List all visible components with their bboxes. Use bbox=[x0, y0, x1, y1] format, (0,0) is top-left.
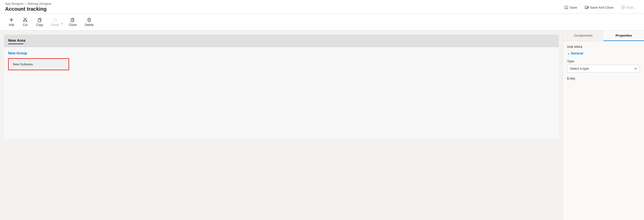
delete-label: Delete bbox=[85, 23, 94, 27]
svg-rect-2 bbox=[565, 8, 567, 9]
save-and-close-icon bbox=[585, 5, 589, 9]
tab-components[interactable]: Components bbox=[563, 31, 604, 41]
delete-button[interactable]: Delete bbox=[81, 16, 97, 28]
copy-label: Copy bbox=[36, 23, 43, 27]
paste-label: Paste bbox=[51, 23, 59, 27]
header-actions: Save Save And Close Publ... bbox=[561, 4, 639, 11]
cut-label: Cut bbox=[23, 23, 28, 27]
area-title-underline bbox=[8, 43, 23, 44]
group-title[interactable]: New Group bbox=[8, 51, 555, 55]
delete-icon bbox=[87, 17, 92, 22]
publish-icon bbox=[621, 5, 625, 9]
save-label: Save bbox=[570, 6, 577, 9]
panel-tabs: Components Properties bbox=[563, 31, 644, 41]
tab-properties[interactable]: Properties bbox=[604, 31, 644, 41]
area-title: New Area bbox=[8, 38, 555, 42]
panel-content: SUB AREA ⌄ General Type Select a type En… bbox=[563, 41, 644, 220]
clone-button[interactable]: Clone bbox=[65, 16, 80, 28]
right-panel: Components Properties SUB AREA ⌄ General… bbox=[563, 31, 644, 220]
canvas: New Area New Group New Subarea bbox=[0, 31, 563, 220]
svg-rect-7 bbox=[622, 6, 624, 9]
chevron-down-icon: ⌄ bbox=[567, 51, 570, 55]
entity-field-label: Entity bbox=[567, 77, 640, 80]
type-select[interactable]: Select a type bbox=[567, 65, 640, 72]
clone-icon bbox=[70, 17, 75, 22]
svg-rect-6 bbox=[588, 6, 589, 8]
paste-dropdown-button[interactable]: ▼ bbox=[61, 21, 64, 27]
breadcrumb: App Designer > Sitemap Designer bbox=[5, 2, 52, 6]
svg-rect-14 bbox=[38, 19, 40, 22]
clone-label: Clone bbox=[69, 23, 77, 27]
copy-button[interactable]: Copy bbox=[33, 16, 47, 28]
area-card: New Area New Group New Subarea bbox=[4, 35, 559, 139]
publish-button[interactable]: Publ... bbox=[618, 4, 639, 11]
general-section-expand[interactable]: ⌄ General bbox=[567, 51, 640, 55]
add-button[interactable]: Add bbox=[5, 16, 18, 28]
area-header[interactable]: New Area bbox=[4, 35, 559, 47]
subarea-item[interactable]: New Subarea bbox=[8, 58, 69, 70]
publish-label: Publ... bbox=[626, 6, 636, 9]
cut-button[interactable]: Cut bbox=[19, 16, 32, 28]
area-body: New Group New Subarea bbox=[4, 47, 559, 139]
type-field-label: Type bbox=[567, 59, 640, 63]
page-title: Account tracking bbox=[5, 6, 52, 12]
main-area: New Area New Group New Subarea Component… bbox=[0, 31, 644, 220]
svg-rect-21 bbox=[88, 19, 90, 22]
general-label: General bbox=[571, 51, 583, 55]
cut-icon bbox=[23, 17, 28, 22]
save-icon bbox=[564, 5, 568, 9]
panel-section-title: SUB AREA bbox=[567, 45, 640, 48]
paste-wrapper: Paste ▼ bbox=[48, 16, 64, 28]
svg-rect-4 bbox=[586, 6, 587, 7]
header-left: App Designer > Sitemap Designer Account … bbox=[5, 2, 52, 12]
svg-rect-1 bbox=[566, 6, 567, 7]
toolbar: Add Cut Copy Paste ▼ bbox=[0, 14, 644, 31]
add-label: Add bbox=[9, 23, 14, 27]
breadcrumb-app-designer[interactable]: App Designer bbox=[5, 2, 24, 6]
svg-rect-16 bbox=[54, 18, 56, 19]
save-button[interactable]: Save bbox=[561, 4, 580, 11]
copy-icon bbox=[37, 17, 42, 22]
paste-icon bbox=[53, 17, 58, 22]
save-and-close-button[interactable]: Save And Close bbox=[582, 4, 617, 11]
breadcrumb-separator: > bbox=[25, 2, 26, 6]
app-header: App Designer > Sitemap Designer Account … bbox=[0, 0, 644, 14]
svg-rect-5 bbox=[586, 8, 587, 8]
add-icon bbox=[9, 17, 14, 22]
save-and-close-label: Save And Close bbox=[590, 6, 614, 9]
breadcrumb-sitemap-designer[interactable]: Sitemap Designer bbox=[27, 2, 52, 6]
